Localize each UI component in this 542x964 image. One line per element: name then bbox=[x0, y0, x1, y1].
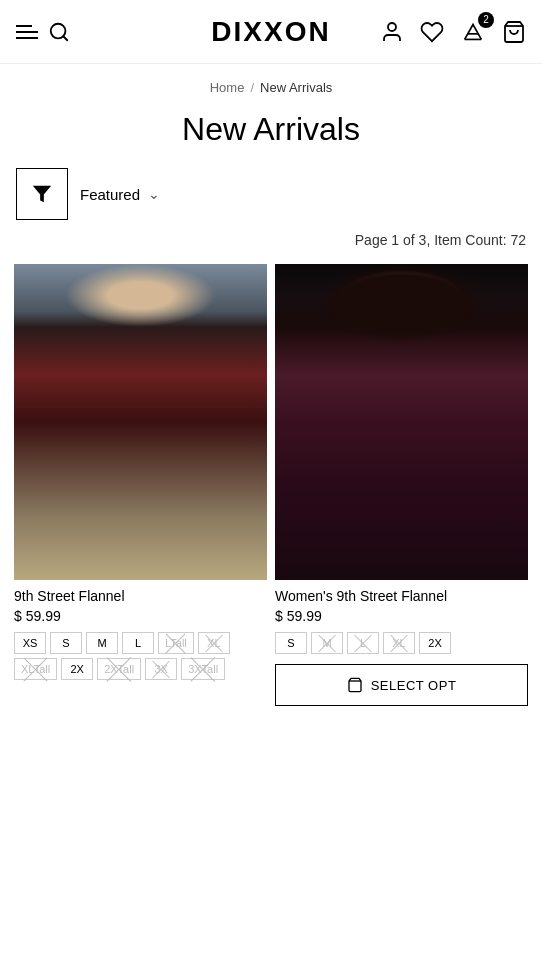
size-swatch[interactable]: M bbox=[86, 632, 118, 654]
svg-marker-6 bbox=[33, 186, 51, 203]
breadcrumb-current: New Arrivals bbox=[260, 80, 332, 95]
size-swatch[interactable]: XS bbox=[14, 632, 46, 654]
select-opt-button[interactable]: SELECT OPT bbox=[275, 664, 528, 706]
size-swatch-unavailable[interactable]: 3X bbox=[145, 658, 177, 680]
pagination-info: Page 1 of 3, Item Count: 72 bbox=[0, 232, 542, 260]
size-swatch-unavailable[interactable]: 2XTall bbox=[97, 658, 141, 680]
size-swatch[interactable]: S bbox=[50, 632, 82, 654]
product-image[interactable] bbox=[14, 264, 267, 580]
breadcrumb-separator: / bbox=[250, 80, 254, 95]
product-grid: 9th Street Flannel $ 59.99 XS S M L LTal… bbox=[0, 260, 542, 710]
size-swatches: XS S M L LTall XL XLTall 2X 2XTall 3X 3X… bbox=[14, 632, 267, 680]
hamburger-search-button[interactable] bbox=[16, 21, 70, 43]
chevron-down-icon: ⌄ bbox=[148, 186, 160, 202]
product-image[interactable] bbox=[275, 264, 528, 580]
breadcrumb-home[interactable]: Home bbox=[210, 80, 245, 95]
product-card: Women's 9th Street Flannel $ 59.99 S M L… bbox=[275, 264, 528, 706]
svg-point-2 bbox=[388, 23, 396, 31]
filter-button[interactable] bbox=[16, 168, 68, 220]
account-button[interactable] bbox=[380, 20, 404, 44]
header-left bbox=[16, 21, 70, 43]
header-right: 2 bbox=[380, 20, 526, 44]
size-swatch-unavailable[interactable]: XL bbox=[383, 632, 415, 654]
size-swatch[interactable]: S bbox=[275, 632, 307, 654]
size-swatch-unavailable[interactable]: XLTall bbox=[14, 658, 57, 680]
select-opt-label: SELECT OPT bbox=[371, 678, 457, 693]
sort-label: Featured bbox=[80, 186, 140, 203]
size-swatches: S M L XL 2X bbox=[275, 632, 528, 654]
hamburger-icon bbox=[16, 25, 38, 39]
product-card: 9th Street Flannel $ 59.99 XS S M L LTal… bbox=[14, 264, 267, 706]
account-icon bbox=[380, 20, 404, 44]
breadcrumb: Home / New Arrivals bbox=[0, 64, 542, 103]
product-price: $ 59.99 bbox=[275, 608, 528, 624]
svg-line-1 bbox=[63, 36, 67, 40]
size-swatch-unavailable[interactable]: XL bbox=[198, 632, 230, 654]
compare-button[interactable]: 2 bbox=[460, 20, 486, 44]
product-name: Women's 9th Street Flannel bbox=[275, 588, 528, 604]
size-swatch[interactable]: 2X bbox=[61, 658, 93, 680]
filter-icon bbox=[31, 183, 53, 205]
heart-icon bbox=[420, 20, 444, 44]
sort-select-wrapper: Featured ⌄ bbox=[80, 186, 526, 203]
header: DIXXON 2 bbox=[0, 0, 542, 64]
size-swatch[interactable]: 2X bbox=[419, 632, 451, 654]
size-swatch-unavailable[interactable]: L bbox=[347, 632, 379, 654]
size-swatch-unavailable[interactable]: M bbox=[311, 632, 343, 654]
cart-icon bbox=[502, 20, 526, 44]
cart-button[interactable] bbox=[502, 20, 526, 44]
bag-icon bbox=[347, 677, 363, 693]
page-title: New Arrivals bbox=[0, 103, 542, 168]
product-name: 9th Street Flannel bbox=[14, 588, 267, 604]
size-swatch-unavailable[interactable]: LTall bbox=[158, 632, 194, 654]
product-price: $ 59.99 bbox=[14, 608, 267, 624]
size-swatch-unavailable[interactable]: 3XTall bbox=[181, 658, 225, 680]
filter-bar: Featured ⌄ bbox=[0, 168, 542, 232]
search-icon bbox=[48, 21, 70, 43]
wishlist-button[interactable] bbox=[420, 20, 444, 44]
compare-badge: 2 bbox=[478, 12, 494, 28]
size-swatch[interactable]: L bbox=[122, 632, 154, 654]
logo: DIXXON bbox=[211, 16, 330, 48]
